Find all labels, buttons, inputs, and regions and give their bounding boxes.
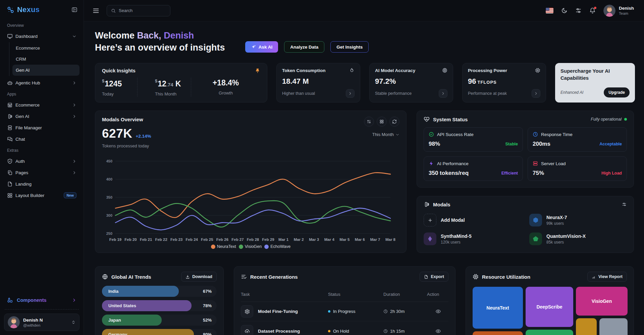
sidebar-user-card[interactable]: Denish N @withden [4,314,79,331]
settings-icon[interactable] [575,7,582,14]
period-dropdown[interactable]: This Month [372,132,399,137]
download-icon [185,275,190,279]
sidebar-item-pages[interactable]: Pages [4,167,79,178]
analyze-data-button[interactable]: Analyze Data [284,41,324,53]
trend-bar: India67% [102,286,217,297]
bell-icon[interactable] [589,7,596,14]
welcome-section: Welcome Back, Denish Here’s an overview … [95,29,634,54]
search-box[interactable] [107,5,170,16]
file-icon [424,275,428,279]
card-detail-button[interactable] [346,89,355,98]
sidebar-nav: OverviewDashboardEcommerceCRMGen AIAgent… [0,17,84,294]
brand-name: Nexus [17,5,40,14]
view-report-button[interactable]: View Report [587,272,627,282]
svg-text:Feb 25: Feb 25 [201,238,213,242]
bar-chart-icon [592,275,596,279]
topbar-user-menu[interactable]: Denish Team [603,5,634,17]
svg-text:Mar 4: Mar 4 [324,238,335,242]
logo-row: Nexus [0,0,84,17]
sidebar-subitem-ecommerce[interactable]: Ecommerce [12,43,79,54]
sidebar-item-components[interactable]: Components [4,294,79,306]
moon-icon[interactable] [561,7,568,14]
flag-icon[interactable] [546,8,553,13]
sidebar-item-file-manager[interactable]: File Manager [4,122,79,133]
chevron-right-icon [72,81,76,85]
grid-view-button[interactable] [377,117,387,127]
eye-icon[interactable] [435,309,441,314]
sidebar-item-ecommerce[interactable]: Ecommerce [4,99,79,111]
export-button[interactable]: Export [420,272,448,282]
layout-icon [7,193,13,198]
sidebar-item-chat[interactable]: Chat [4,133,79,145]
modal-item[interactable]: NeuraX-799k users [529,214,627,226]
eye-icon[interactable] [435,328,441,334]
flame-icon [349,68,355,73]
refresh-button[interactable] [389,117,399,127]
get-insights-button[interactable]: Get Insights [330,41,369,53]
line-chart: 450400350300250Feb 19Feb 20Feb 21Feb 22F… [102,153,400,244]
pentagon-icon [529,232,542,245]
download-button[interactable]: Download [181,272,217,282]
treemap-block [576,318,597,335]
cpu-icon [535,68,540,73]
svg-text:Mar 8: Mar 8 [385,238,396,242]
svg-text:Mar 2: Mar 2 [294,238,304,242]
card-detail-button[interactable] [532,89,540,98]
dashboard-icon [7,34,13,39]
gear-icon [241,305,253,318]
svg-text:Mar 7: Mar 7 [370,238,380,242]
add-modal-button[interactable]: Add Modal [424,214,521,226]
sidebar-collapse-button[interactable] [71,7,77,13]
card-detail-button[interactable] [439,89,447,98]
sort-button[interactable] [364,117,374,127]
svg-text:Mar 1: Mar 1 [278,238,289,242]
clock-icon [533,132,538,137]
global-trends-card: Global AI Trends Download India67%United… [95,266,224,335]
brain-icon [7,114,13,119]
sidebar-item-gen-ai[interactable]: Gen AI [4,111,79,122]
diamond-icon [424,232,436,245]
sidebar-item-agentic-hub[interactable]: Agentic Hub [4,77,79,88]
sidebar-subitem-crm[interactable]: CRM [12,54,79,65]
svg-text:Feb 28: Feb 28 [247,238,259,242]
modal-item[interactable]: SynthaMind-5120k users [424,232,521,245]
sidebar-item-layout-builder[interactable]: Layout BuilderNew [4,190,79,201]
upgrade-button[interactable]: Upgrade [604,87,630,97]
components-icon [7,297,13,303]
ask-ai-button[interactable]: Ask AI [245,41,278,53]
chart-title: Modals Overview [102,117,151,122]
treemap: NeuraTextDeepScribeVisioGen [473,287,627,335]
menu-icon[interactable] [93,7,99,14]
modal-item[interactable]: QuantumVision-X85k users [529,232,627,245]
welcome-title: Welcome Back, Denish [95,29,225,42]
resource-utilization-title: Resource Utilization [482,274,530,280]
bot-icon [7,80,13,86]
sidebar-item-dashboard[interactable]: Dashboard [4,30,79,42]
svg-text:450: 450 [106,159,112,163]
sidebar-item-auth[interactable]: Auth [4,155,79,167]
chat-icon [7,136,13,142]
topbar-user-name: Denish [619,6,634,11]
filter-icon[interactable] [622,202,627,207]
hexagon-icon [529,214,542,226]
modals-overview-card: Modals Overview 627K +2.14% Tokens proce… [95,111,407,253]
target-icon [442,68,447,73]
table-header: TaskStatusDurationAction [241,288,448,302]
stat-card: Processing Power96TFLOPSPerformance at p… [462,63,546,103]
search-input[interactable] [119,8,162,13]
pin-icon[interactable] [255,68,260,73]
chart-value: 627K [102,127,132,141]
chart-delta: +2.14% [136,134,151,139]
notification-dot [594,7,596,9]
svg-text:300: 300 [106,213,112,217]
recent-generations-title: Recent Generations [250,274,298,280]
search-icon [111,8,116,13]
sidebar-section-label: Apps [4,88,79,99]
sidebar-subitem-gen-ai[interactable]: Gen AI [12,65,79,76]
stats-row: Quick Insights $1245Today$12.74 KThis Mo… [95,63,634,103]
sidebar-item-landing[interactable]: Landing [4,178,79,190]
svg-text:Feb 26: Feb 26 [216,238,228,242]
cpu-icon [473,274,479,280]
svg-text:350: 350 [106,195,112,199]
chart-legend: NeuraTextVisioGenEchoWave [102,244,399,249]
